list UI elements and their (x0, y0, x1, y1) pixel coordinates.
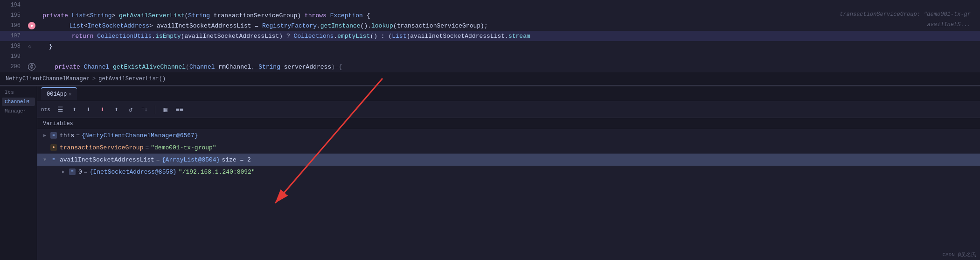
variables-header: Variables (37, 118, 980, 129)
var-equals-avail: = (156, 156, 160, 163)
var-expand-txgroup (41, 144, 49, 151)
code-content-195: private List<String> getAvailServerList(… (28, 12, 370, 19)
var-expand-this[interactable]: ▶ (41, 132, 49, 139)
toolbar-divider-1 (155, 105, 155, 114)
code-content-197: return CollectionUtils.isEmpty(availInet… (28, 33, 530, 40)
line-number-195: 195 (4, 12, 21, 19)
line-number-197: 197 (4, 33, 21, 39)
var-value-this: {NettyClientChannelManager@6567} (82, 132, 198, 139)
var-equals-this: = (76, 132, 80, 139)
toolbar-btn-table-view[interactable]: ▦ (160, 104, 171, 115)
code-hint-196: availInetS... (927, 21, 971, 28)
code-line-197: 197 return CollectionUtils.isEmpty(avail… (0, 31, 980, 41)
code-line-196: 196 ● List<InetSocketAddress> availInetS… (0, 21, 980, 31)
code-line-198: 198 ◇ } (0, 41, 980, 51)
toolbar-label-nts: nts (41, 107, 50, 112)
bottom-section: Its ChannelM Manager 001App ✕ nts ☰ ⬆ ⬇ … (0, 86, 980, 260)
type-list: List (72, 12, 86, 19)
variables-content: ▶ ≡ this = {NettyClientChannelManager@65… (37, 129, 980, 260)
var-icon-txgroup: ● (50, 144, 57, 151)
left-panel-channelm[interactable]: ChannelM (2, 98, 35, 106)
line-number-196: 196 (4, 22, 21, 29)
debug-tab-label: 001App (47, 91, 67, 98)
toolbar-btn-restore[interactable]: ⬆ (69, 104, 80, 115)
var-value-avail: {ArrayList@8504} (162, 156, 220, 163)
var-value-idx0: {InetSocketAddress@8558} (90, 169, 177, 176)
var-name-avail: availInetSocketAddressList (60, 156, 154, 163)
left-panel-its[interactable]: Its (2, 88, 35, 97)
toolbar-btn-customize[interactable]: ≡≡ (174, 104, 185, 115)
var-row-avail[interactable]: ▼ ≡ availInetSocketAddressList = {ArrayL… (37, 154, 980, 166)
var-icon-idx0: ≡ (69, 169, 76, 175)
var-extra-avail: size = 2 (222, 156, 250, 163)
breadcrumb-bar: NettyClientChannelManager > getAvailServ… (0, 72, 980, 85)
line-number-198: 198 (4, 43, 21, 49)
var-name-txgroup: transactionServiceGroup (60, 144, 143, 151)
param-txgroup: transactionServiceGroup (214, 12, 297, 19)
left-panel: Its ChannelM Manager (0, 86, 37, 260)
breadcrumb-part1[interactable]: NettyClientChannelManager (6, 76, 90, 82)
var-equals-txgroup: = (145, 144, 149, 151)
code-content-196: List<InetSocketAddress> availInetSocketA… (40, 22, 488, 29)
at-marker-200: @ (28, 63, 35, 70)
code-line-200: 200 @ private Channel getExistAliveChann… (0, 62, 980, 72)
var-expand-idx0[interactable]: ▶ (60, 168, 67, 176)
var-name-idx0: 0 (78, 169, 82, 176)
variables-panel: Variables ▶ ≡ this = {NettyClientChannel… (37, 118, 980, 260)
main-container: 194 195 private List<String> getAvailSer… (0, 0, 980, 260)
line-number-199: 199 (4, 53, 21, 60)
variables-section: Variables ▶ ≡ this = {NettyClientChannel… (37, 118, 980, 260)
type-exception: Exception (330, 12, 363, 19)
line-number-194: 194 (4, 2, 21, 8)
var-icon-this: ≡ (50, 132, 57, 139)
method-getavail: getAvailServerList (119, 12, 184, 19)
code-hint-195: transactionServiceGroup: "demo001-tx-gr (840, 11, 971, 18)
var-equals-idx0: = (84, 169, 88, 176)
var-name-this: this (60, 132, 74, 139)
var-value-txgroup: "demo001-tx-group" (151, 144, 216, 151)
breadcrumb-separator: > (92, 76, 96, 82)
code-line-194: 194 (0, 0, 980, 10)
breadcrumb-part2[interactable]: getAvailServerList() (98, 76, 166, 82)
code-content-200: private Channel getExistAliveChannel(Cha… (40, 63, 342, 70)
var-row-this[interactable]: ▶ ≡ this = {NettyClientChannelManager@65… (37, 129, 980, 141)
code-editor: 194 195 private List<String> getAvailSer… (0, 0, 980, 86)
watermark: CSDN @吴名氏 (942, 251, 976, 258)
toolbar-btn-run-cursor[interactable]: ↺ (125, 104, 136, 115)
var-row-txgroup[interactable]: ● transactionServiceGroup = "demo001-tx-… (37, 141, 980, 154)
var-expand-avail[interactable]: ▼ (41, 156, 49, 163)
code-line-195: 195 private List<String> getAvailServerL… (0, 10, 980, 21)
watermark-text: CSDN @吴名氏 (942, 252, 976, 258)
toolbar-btn-step-over[interactable]: ⬆ (111, 104, 122, 115)
var-row-idx0[interactable]: ▶ ≡ 0 = {InetSocketAddress@8558} "/192.1… (37, 166, 980, 178)
code-content-198: } (34, 43, 52, 50)
line-number-200: 200 (4, 63, 21, 70)
debug-tabs: 001App ✕ (37, 86, 980, 101)
diamond-marker-198: ◇ (28, 43, 31, 50)
code-lines: 194 195 private List<String> getAvailSer… (0, 0, 980, 72)
var-icon-avail: ≡ (50, 156, 57, 163)
keyword-throws: throws (305, 12, 327, 19)
debug-toolbar: nts ☰ ⬆ ⬇ ⬇ ⬆ ↺ T↓ ▦ ≡≡ (37, 101, 980, 118)
code-line-199: 199 (0, 51, 980, 62)
toolbar-btn-step-out[interactable]: ⬇ (97, 104, 108, 115)
toolbar-btn-menu[interactable]: ☰ (55, 104, 66, 115)
keyword-private: private (42, 12, 68, 19)
debug-tab-close[interactable]: ✕ (69, 91, 71, 97)
breakpoint-marker-196: ● (28, 22, 35, 29)
debug-tab-001app[interactable]: 001App ✕ (41, 87, 77, 100)
left-panel-manager[interactable]: Manager (2, 107, 35, 115)
toolbar-btn-step-into[interactable]: ⬇ (83, 104, 94, 115)
main-debug: 001App ✕ nts ☰ ⬆ ⬇ ⬇ ⬆ ↺ T↓ ▦ ≡≡ (37, 86, 980, 260)
var-extra-idx0: "/192.168.1.240:8092" (179, 169, 255, 176)
variables-title: Variables (43, 120, 73, 127)
toolbar-btn-evaluate-expr[interactable]: T↓ (139, 104, 150, 115)
